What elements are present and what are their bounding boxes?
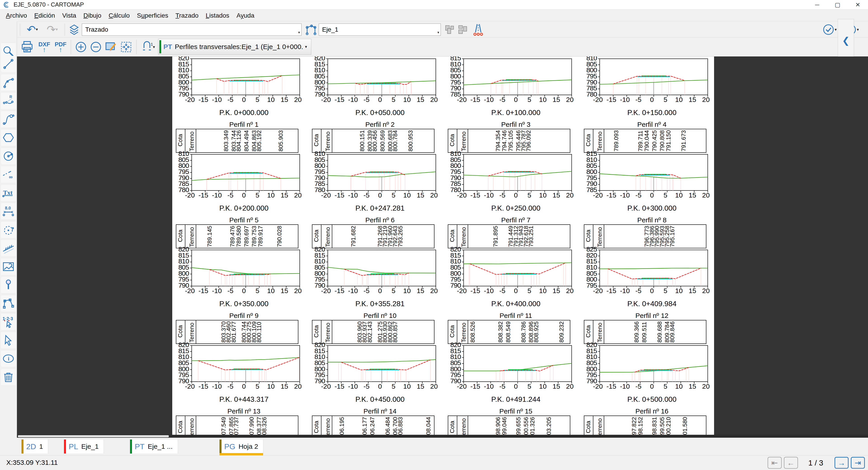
close-button[interactable]: ✕ — [848, 0, 868, 9]
sheet-tab-eje_1[interactable]: PL Eje_1 — [64, 439, 104, 453]
minimize-button[interactable]: ─ — [807, 0, 827, 9]
x-tick-label: 15 — [689, 287, 696, 295]
tool-circle-radius-icon[interactable] — [1, 148, 16, 164]
x-tick-label: 0 — [650, 191, 654, 199]
prev-page-button[interactable]: ← — [784, 457, 798, 469]
pk-label: P.K. 0+150.000 — [598, 108, 706, 117]
terreno-header-cell: Terreno — [457, 129, 468, 152]
tool-select-icon[interactable] — [1, 332, 16, 348]
terreno-value: 790.425 — [651, 130, 658, 151]
redo-button[interactable]: ↷▾ — [43, 23, 61, 36]
horizontal-scrollbar[interactable] — [17, 435, 868, 438]
x-tick-label: 20 — [566, 382, 574, 390]
profile-cell: 820815810805800795790 -20-15-10-50510152… — [448, 345, 575, 438]
x-tick-label: -20 — [185, 96, 195, 103]
menu-listados[interactable]: Listados — [202, 11, 233, 21]
sheet-tab-1[interactable]: 2D 1 — [22, 439, 48, 453]
first-page-button[interactable]: ⇤ — [768, 457, 782, 469]
y-axis-labels: 815810805800795790785 — [584, 154, 598, 190]
zoom-out-button[interactable] — [89, 40, 103, 54]
x-tick-label: -15 — [198, 191, 208, 199]
scrollbar-thumb[interactable] — [18, 435, 169, 437]
view-tab-perfiles-transversales[interactable]: PT Perfiles transversales:Eje_1 (Eje_1 0… — [158, 39, 311, 55]
tool-dimension-icon[interactable]: 8.0 — [1, 203, 16, 219]
tool-pin-icon[interactable] — [1, 277, 16, 293]
x-tick-label: -20 — [321, 382, 331, 390]
tile-windows-icon[interactable] — [457, 24, 469, 36]
terreno-value: 808.925 — [533, 321, 540, 343]
terreno-value: 800.784 — [392, 130, 399, 151]
arrange-windows-icon[interactable] — [443, 24, 456, 36]
sheet-tab-hoja-2[interactable]: PG Hoja 2 — [219, 439, 264, 453]
tool-trash-icon[interactable] — [1, 369, 16, 385]
page-navigator: ⇤ ← 1 / 3 → ⇥ — [765, 457, 865, 469]
axis-combobox[interactable]: Eje_1▾ — [319, 24, 441, 36]
sheet-tab-eje_1-...[interactable]: PT Eje_1 ... — [130, 439, 178, 453]
x-tick-label: -5 — [364, 287, 370, 295]
menu-superficies[interactable]: Superficies — [133, 11, 172, 21]
cota-header-cell: Cota — [312, 416, 321, 438]
x-tick-label: 0 — [242, 96, 246, 103]
layer-combobox[interactable]: Trazado▾ — [82, 24, 302, 36]
tool-text-icon[interactable]: Txt — [1, 185, 16, 201]
fit-view-button[interactable] — [119, 40, 133, 54]
terreno-value: 789.753 — [251, 226, 258, 247]
terreno-value: 789.580 — [235, 226, 242, 247]
cross-section-chart — [190, 345, 300, 384]
menu-dibujo[interactable]: Dibujo — [80, 11, 105, 21]
terreno-value: 808.549 — [505, 321, 512, 343]
cota-header-cell: Cota — [176, 320, 185, 343]
cross-section-chart — [326, 345, 436, 384]
menu-vista[interactable]: Vista — [59, 11, 80, 21]
tool-numbering-icon[interactable]: 1·2·3 — [1, 314, 16, 330]
menu-cálculo[interactable]: Cálculo — [105, 11, 133, 21]
cota-header-cell: Cota — [584, 225, 593, 248]
menu-trazado[interactable]: Trazado — [172, 11, 202, 21]
snap-button[interactable]: 1 ▾ — [139, 40, 157, 54]
menu-ayuda[interactable]: Ayuda — [233, 11, 258, 21]
y-axis-labels: 820815810805800795790 — [448, 249, 462, 286]
x-tick-label: -15 — [470, 96, 480, 103]
tool-rotate-icon[interactable] — [1, 222, 16, 238]
print-button[interactable] — [20, 40, 34, 54]
tool-slope-icon[interactable] — [1, 240, 16, 256]
tool-parallel-dash-icon[interactable]: ∞ — [1, 166, 16, 183]
tool-polyline-icon[interactable] — [1, 295, 16, 312]
x-tick-label: -10 — [484, 382, 494, 390]
undo-button[interactable]: ↶▾ — [24, 23, 41, 36]
cross-section-chart — [326, 154, 436, 193]
tool-image-icon[interactable] — [1, 258, 16, 275]
x-tick-label: 5 — [255, 382, 259, 390]
y-axis-labels: 820815810805800795790 — [176, 58, 190, 94]
chevron-down-icon: ▾ — [305, 44, 307, 49]
menu-edición[interactable]: Edición — [31, 11, 59, 21]
terreno-header-cell: Terreno — [185, 416, 196, 438]
edit-view-button[interactable] — [104, 40, 118, 54]
export-pdf-button[interactable]: PDF↑ — [53, 39, 68, 55]
last-page-button[interactable]: ⇥ — [851, 457, 865, 469]
y-axis-labels: 820815810805800795790 — [312, 249, 326, 286]
perfil-label: Perfil nº 15 — [462, 407, 570, 415]
tool-arc-radius-icon[interactable]: R — [1, 93, 16, 109]
collapse-panel-button[interactable]: ❮ — [838, 19, 854, 62]
cota-terreno-table: Cota Terreno 803.349803.744804.126804.49… — [176, 129, 298, 153]
menu-archivo[interactable]: Archivo — [2, 11, 31, 21]
tool-s-curve-icon[interactable] — [1, 111, 16, 127]
layers-icon[interactable] — [68, 24, 81, 36]
maximize-button[interactable]: ▢ — [827, 0, 848, 9]
x-tick-label: 5 — [255, 191, 259, 199]
zoom-in-button[interactable] — [74, 40, 88, 54]
tool-info-icon[interactable]: i — [1, 350, 16, 367]
road-axis-icon[interactable] — [471, 23, 486, 37]
tool-arc-icon[interactable] — [1, 74, 16, 91]
x-tick-label: 5 — [527, 382, 531, 390]
next-page-button[interactable]: → — [835, 457, 848, 469]
tool-line-icon[interactable] — [1, 56, 16, 72]
tool-polygon-icon[interactable] — [1, 129, 16, 146]
validate-button[interactable]: ▾ — [820, 23, 839, 37]
export-dxf-button[interactable]: DXF↑ — [37, 39, 52, 55]
perfil-label: Perfil nº 6 — [326, 216, 434, 224]
drawing-canvas[interactable]: 820815810805800795790 -20-15-10-50510152… — [17, 57, 868, 438]
cota-terreno-table: Cota Terreno 789.145789.476789.580789.69… — [176, 224, 298, 248]
cota-terreno-table: Cota Terreno 803.960802.937802.143801.27… — [312, 320, 434, 344]
